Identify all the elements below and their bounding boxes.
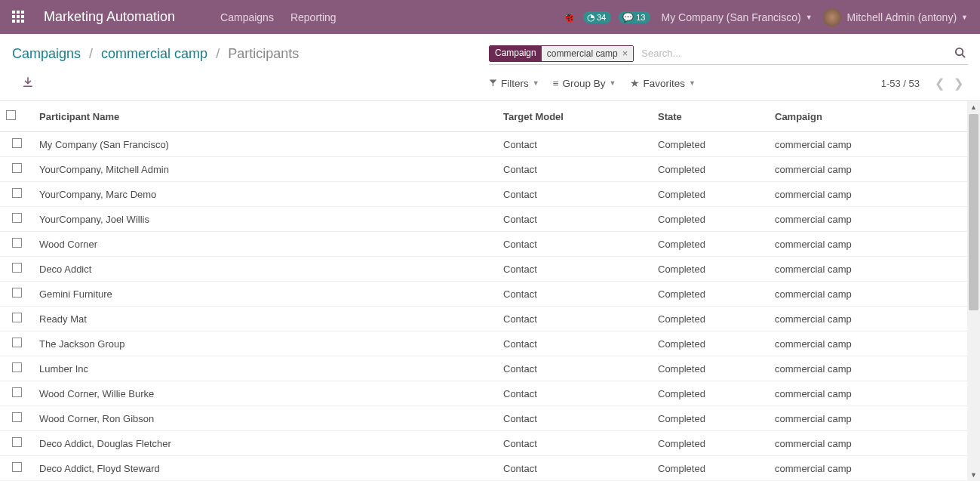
- apps-menu-icon[interactable]: [12, 11, 26, 24]
- cell-model: Contact: [497, 257, 652, 282]
- cell-campaign: commercial camp: [769, 157, 967, 182]
- cell-state: Completed: [652, 282, 769, 307]
- breadcrumb-campaigns[interactable]: Campaigns: [12, 46, 81, 61]
- scroll-down-icon[interactable]: ▼: [967, 469, 980, 481]
- row-checkbox[interactable]: [12, 288, 22, 298]
- clock-icon: ◔: [587, 12, 594, 23]
- cell-model: Contact: [497, 207, 652, 232]
- pager-text[interactable]: 1-53 / 53: [881, 78, 920, 89]
- row-checkbox[interactable]: [12, 238, 22, 248]
- cell-state: Completed: [652, 232, 769, 257]
- column-header-state[interactable]: State: [652, 101, 769, 132]
- filters-button[interactable]: Filters ▼: [489, 78, 539, 89]
- table-row[interactable]: Wood CornerContactCompletedcommercial ca…: [0, 232, 967, 257]
- table-row[interactable]: Wood Corner, Ron GibsonContactCompletedc…: [0, 406, 967, 431]
- table-row[interactable]: Lumber IncContactCompletedcommercial cam…: [0, 356, 967, 381]
- user-menu[interactable]: Mitchell Admin (antony) ▼: [823, 8, 968, 26]
- breadcrumb-current: Participants: [228, 46, 299, 61]
- cell-name: Gemini Furniture: [33, 282, 497, 307]
- search-input[interactable]: [638, 45, 952, 61]
- table-row[interactable]: Deco AddictContactCompletedcommercial ca…: [0, 257, 967, 282]
- row-checkbox[interactable]: [12, 188, 22, 198]
- nav-reporting[interactable]: Reporting: [290, 11, 336, 23]
- row-checkbox[interactable]: [12, 462, 22, 472]
- cell-state: Completed: [652, 257, 769, 282]
- messages-badge[interactable]: 💬 13: [619, 11, 650, 23]
- export-icon[interactable]: [23, 77, 33, 90]
- cell-campaign: commercial camp: [769, 331, 967, 356]
- column-header-model[interactable]: Target Model: [497, 101, 652, 132]
- column-header-campaign[interactable]: Campaign: [769, 101, 967, 132]
- row-checkbox[interactable]: [12, 387, 22, 397]
- cell-campaign: commercial camp: [769, 132, 967, 157]
- star-icon: ★: [630, 77, 640, 89]
- table-row[interactable]: The Jackson GroupContactCompletedcommerc…: [0, 331, 967, 356]
- row-checkbox[interactable]: [12, 362, 22, 372]
- table-row[interactable]: Wood Corner, Willie BurkeContactComplete…: [0, 381, 967, 406]
- table-row[interactable]: YourCompany, Marc DemoContactCompletedco…: [0, 182, 967, 207]
- list-icon: ≡: [553, 78, 559, 89]
- pager-prev-icon[interactable]: ❮: [930, 75, 949, 92]
- vertical-scrollbar[interactable]: ▲ ▼: [967, 101, 980, 481]
- chevron-down-icon: ▼: [533, 79, 539, 87]
- scrollbar-thumb[interactable]: [969, 114, 978, 310]
- breadcrumb-campaign-name[interactable]: commercial camp: [101, 46, 207, 61]
- cell-state: Completed: [652, 431, 769, 456]
- nav-campaigns[interactable]: Campaigns: [220, 11, 274, 23]
- row-checkbox-cell: [0, 282, 33, 307]
- favorites-button[interactable]: ★ Favorites ▼: [630, 77, 696, 89]
- cell-campaign: commercial camp: [769, 456, 967, 481]
- header-checkbox-cell: [0, 101, 33, 132]
- facet-value: commercial camp ×: [542, 46, 634, 61]
- row-checkbox[interactable]: [12, 313, 22, 322]
- table-row[interactable]: Ready MatContactCompletedcommercial camp: [0, 307, 967, 331]
- debug-icon[interactable]: 🐞: [563, 11, 576, 23]
- chat-icon: 💬: [622, 12, 634, 23]
- cell-state: Completed: [652, 157, 769, 182]
- row-checkbox[interactable]: [12, 412, 22, 422]
- search-icon[interactable]: [952, 47, 968, 60]
- search-bar: Campaign commercial camp ×: [489, 42, 968, 65]
- breadcrumb: Campaigns / commercial camp / Participan…: [12, 46, 299, 62]
- cell-campaign: commercial camp: [769, 381, 967, 406]
- cell-name: Wood Corner: [33, 232, 497, 257]
- row-checkbox-cell: [0, 257, 33, 282]
- funnel-icon: [489, 78, 497, 89]
- row-checkbox[interactable]: [12, 163, 22, 173]
- pager-next-icon[interactable]: ❯: [949, 75, 968, 92]
- cell-model: Contact: [497, 182, 652, 207]
- column-header-name[interactable]: Participant Name: [33, 101, 497, 132]
- row-checkbox[interactable]: [12, 263, 22, 273]
- cell-name: My Company (San Francisco): [33, 132, 497, 157]
- row-checkbox[interactable]: [12, 338, 22, 347]
- chevron-down-icon: ▼: [689, 79, 696, 87]
- cell-name: Wood Corner, Willie Burke: [33, 381, 497, 406]
- breadcrumb-separator: /: [89, 46, 93, 61]
- row-checkbox[interactable]: [12, 437, 22, 447]
- select-all-checkbox[interactable]: [6, 110, 16, 120]
- table-row[interactable]: Deco Addict, Floyd StewardContactComplet…: [0, 456, 967, 481]
- pager: 1-53 / 53 ❮ ❯: [881, 75, 968, 92]
- row-checkbox-cell: [0, 157, 33, 182]
- table-row[interactable]: Deco Addict, Douglas FletcherContactComp…: [0, 431, 967, 456]
- row-checkbox-cell: [0, 331, 33, 356]
- facet-remove-icon[interactable]: ×: [622, 48, 628, 59]
- filters-label: Filters: [501, 78, 529, 89]
- table-row[interactable]: YourCompany, Joel WillisContactCompleted…: [0, 207, 967, 232]
- company-switcher[interactable]: My Company (San Francisco) ▼: [661, 11, 812, 23]
- row-checkbox[interactable]: [12, 138, 22, 148]
- row-checkbox-cell: [0, 132, 33, 157]
- activities-badge[interactable]: ◔ 34: [583, 11, 611, 23]
- groupby-button[interactable]: ≡ Group By ▼: [553, 78, 616, 89]
- scroll-up-icon[interactable]: ▲: [967, 101, 980, 114]
- cell-name: YourCompany, Mitchell Admin: [33, 157, 497, 182]
- table-row[interactable]: My Company (San Francisco)ContactComplet…: [0, 132, 967, 157]
- cell-model: Contact: [497, 331, 652, 356]
- app-brand[interactable]: Marketing Automation: [44, 9, 175, 25]
- cell-state: Completed: [652, 381, 769, 406]
- row-checkbox[interactable]: [12, 213, 22, 223]
- cell-state: Completed: [652, 356, 769, 381]
- table-row[interactable]: YourCompany, Mitchell AdminContactComple…: [0, 157, 967, 182]
- table-row[interactable]: Gemini FurnitureContactCompletedcommerci…: [0, 282, 967, 307]
- search-facet-campaign[interactable]: Campaign commercial camp ×: [489, 45, 634, 62]
